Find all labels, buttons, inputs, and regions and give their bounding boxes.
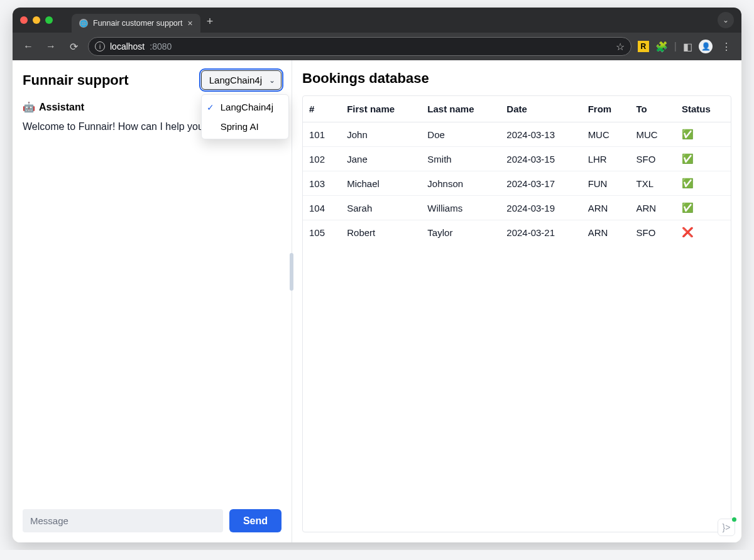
table-cell: John — [341, 122, 421, 147]
address-bar[interactable]: i localhost:8080 ☆ — [88, 37, 631, 56]
tab-title: Funnair customer support — [93, 19, 182, 28]
table-cell: FUN — [582, 171, 630, 196]
table-row[interactable]: 105RobertTaylor2024-03-21ARNSFO❌ — [303, 220, 731, 245]
check-icon: ✓ — [207, 102, 214, 112]
send-button[interactable]: Send — [229, 509, 281, 532]
status-ok-icon: ✅ — [675, 122, 731, 147]
table-cell: 102 — [303, 147, 341, 171]
table-row[interactable]: 101JohnDoe2024-03-13MUCMUC✅ — [303, 122, 731, 147]
model-option-label: Spring AI — [221, 121, 259, 132]
chat-pane: Funnair support LangChain4j ⌄ ✓ LangChai… — [13, 60, 292, 542]
table-row[interactable]: 103MichaelJohnson2024-03-17FUNTXL✅ — [303, 171, 731, 196]
col-last[interactable]: Last name — [421, 96, 500, 122]
url-port: :8080 — [150, 41, 172, 51]
page: Funnair support LangChain4j ⌄ ✓ LangChai… — [13, 60, 741, 542]
chat-header: Funnair support LangChain4j ⌄ ✓ LangChai… — [23, 70, 281, 90]
extension-r-icon[interactable]: R — [638, 41, 649, 52]
status-ok-icon: ✅ — [675, 171, 731, 196]
table-cell: LHR — [582, 147, 630, 171]
table-cell: 103 — [303, 171, 341, 196]
close-tab-icon[interactable]: × — [187, 18, 192, 28]
table-cell: MUC — [630, 122, 675, 147]
table-cell: 104 — [303, 196, 341, 220]
table-cell: ARN — [582, 220, 630, 245]
table-cell: SFO — [630, 220, 675, 245]
bookings-title: Bookings database — [302, 70, 731, 87]
col-from[interactable]: From — [582, 96, 630, 122]
site-info-icon[interactable]: i — [95, 41, 105, 51]
bookings-pane: Bookings database # First name Last name… — [292, 60, 741, 542]
assistant-label-text: Assistant — [39, 102, 84, 113]
composer: Send — [23, 502, 281, 532]
table-cell: TXL — [630, 171, 675, 196]
bookings-table-wrap: # First name Last name Date From To Stat… — [302, 95, 731, 532]
model-option-spring-ai[interactable]: Spring AI — [202, 117, 288, 136]
table-cell: 105 — [303, 220, 341, 245]
vaadin-devtools-icon[interactable]: }> — [718, 519, 735, 536]
browser-tab[interactable]: 🌐 Funnair customer support × — [72, 14, 200, 33]
extensions-icon[interactable]: 🧩 — [655, 41, 668, 53]
globe-icon: 🌐 — [79, 19, 88, 28]
table-cell: Smith — [421, 147, 500, 171]
col-date[interactable]: Date — [500, 96, 581, 122]
reload-button[interactable]: ⟳ — [65, 38, 82, 55]
browser-toolbar: ← → ⟳ i localhost:8080 ☆ R 🧩 | ◧ 👤 ⋮ — [13, 33, 741, 60]
maximize-window-icon[interactable] — [45, 16, 53, 24]
toolbar-separator: | — [674, 41, 677, 52]
table-cell: 2024-03-19 — [500, 196, 581, 220]
table-cell: SFO — [630, 147, 675, 171]
table-cell: ARN — [582, 196, 630, 220]
col-id[interactable]: # — [303, 96, 341, 122]
table-cell: Sarah — [341, 196, 421, 220]
table-cell: 2024-03-13 — [500, 122, 581, 147]
chevron-down-icon: ⌄ — [269, 76, 275, 85]
forward-button[interactable]: → — [43, 38, 59, 55]
chat-title: Funnair support — [23, 72, 129, 89]
profile-avatar[interactable]: 👤 — [699, 40, 713, 53]
close-window-icon[interactable] — [20, 16, 28, 24]
table-row[interactable]: 104SarahWilliams2024-03-19ARNARN✅ — [303, 196, 731, 220]
table-cell: Taylor — [421, 220, 500, 245]
bookmark-star-icon[interactable]: ☆ — [616, 41, 625, 53]
table-cell: Michael — [341, 171, 421, 196]
table-cell: Johnson — [421, 171, 500, 196]
table-cell: 101 — [303, 122, 341, 147]
table-header: # First name Last name Date From To Stat… — [303, 96, 731, 122]
url-host: localhost — [110, 41, 145, 51]
status-bad-icon: ❌ — [675, 220, 731, 245]
table-cell: 2024-03-17 — [500, 171, 581, 196]
model-option-label: LangChain4j — [221, 102, 273, 112]
bookings-table: # First name Last name Date From To Stat… — [303, 96, 731, 244]
back-button[interactable]: ← — [20, 38, 36, 55]
table-cell: Williams — [421, 196, 500, 220]
tab-overflow-button[interactable]: ⌄ — [718, 12, 734, 28]
table-body: 101JohnDoe2024-03-13MUCMUC✅102JaneSmith2… — [303, 122, 731, 245]
titlebar: 🌐 Funnair customer support × + ⌄ — [13, 8, 741, 33]
browser-menu-icon[interactable]: ⋮ — [721, 41, 731, 53]
table-cell: 2024-03-15 — [500, 147, 581, 171]
new-tab-button[interactable]: + — [207, 15, 214, 28]
table-row[interactable]: 102JaneSmith2024-03-15LHRSFO✅ — [303, 147, 731, 171]
model-select-button[interactable]: LangChain4j ⌄ — [201, 70, 281, 90]
status-ok-icon: ✅ — [675, 147, 731, 171]
status-ok-icon: ✅ — [675, 196, 731, 220]
model-dropdown: ✓ LangChain4j Spring AI — [201, 94, 289, 139]
col-status[interactable]: Status — [675, 96, 731, 122]
table-cell: MUC — [582, 122, 630, 147]
table-cell: Jane — [341, 147, 421, 171]
table-cell: ARN — [630, 196, 675, 220]
table-cell: Doe — [421, 122, 500, 147]
robot-icon: 🤖 — [23, 101, 35, 113]
model-option-langchain4j[interactable]: ✓ LangChain4j — [202, 97, 288, 117]
side-panel-icon[interactable]: ◧ — [683, 41, 692, 53]
message-input[interactable] — [23, 509, 223, 532]
table-cell: 2024-03-21 — [500, 220, 581, 245]
col-to[interactable]: To — [630, 96, 675, 122]
window-controls[interactable] — [20, 16, 53, 24]
browser-window: 🌐 Funnair customer support × + ⌄ ← → ⟳ i… — [13, 8, 741, 542]
model-select: LangChain4j ⌄ ✓ LangChain4j Spring AI — [201, 70, 281, 90]
col-first[interactable]: First name — [341, 96, 421, 122]
table-cell: Robert — [341, 220, 421, 245]
minimize-window-icon[interactable] — [33, 16, 40, 24]
model-select-value: LangChain4j — [209, 75, 262, 85]
